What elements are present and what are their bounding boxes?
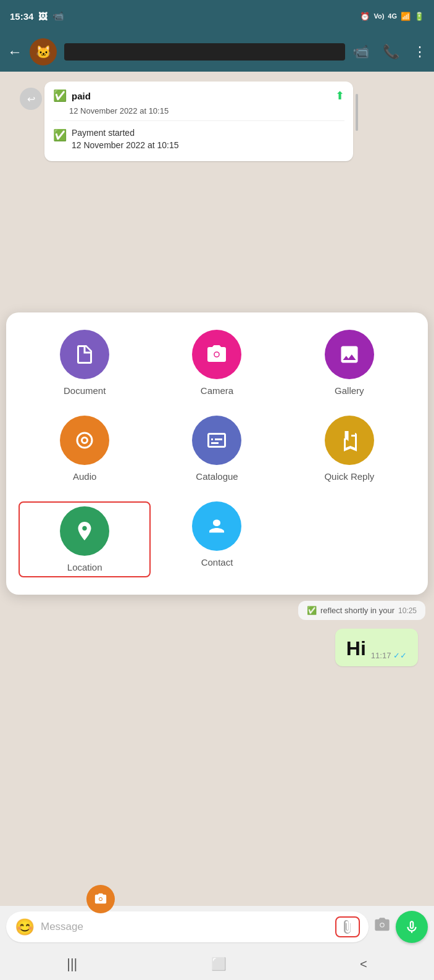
payment-bubble: ✅ paid ⬆ 12 November 2022 at 10:15 ✅ Pay…: [44, 82, 353, 161]
audio-label: Audio: [73, 471, 96, 482]
video-call-icon[interactable]: 📹: [353, 44, 369, 60]
double-check-icon: ✓✓: [393, 651, 407, 660]
signal-icon: 📶: [401, 12, 411, 21]
attach-contact[interactable]: Contact: [151, 501, 283, 577]
top-icons: 📹 📞 ⋮: [353, 44, 427, 60]
hi-time: 11:17 ✓✓: [371, 651, 407, 660]
payment-message: ↩ ✅ paid ⬆ 12 November 2022 at 10:15 ✅ P…: [26, 82, 419, 161]
status-bar: 15:34 🖼 📹 ⏰ Vo) 4G 📶 🔋: [0, 0, 434, 32]
gallery-icon: [338, 343, 361, 366]
contact-name-redacted: [64, 43, 345, 61]
location-label: Location: [67, 562, 102, 572]
attach-camera[interactable]: Camera: [151, 330, 283, 396]
battery-icon: 🔋: [414, 12, 424, 21]
status-left: 15:34 🖼 📹: [10, 10, 64, 22]
attach-document[interactable]: Document: [19, 330, 151, 396]
message-input[interactable]: Message: [41, 921, 329, 933]
payment-started-date: 12 November 2022 at 10:15: [72, 140, 179, 152]
gallery-label: Gallery: [335, 385, 364, 396]
document-circle: [60, 330, 109, 379]
volte-label: Vo): [373, 12, 384, 20]
attach-grid: Document Camera Gallery: [19, 330, 415, 577]
quickreply-circle: [325, 416, 374, 465]
paid-check-icon: ✅: [53, 89, 67, 103]
top-bar: ← 🐱 📹 📞 ⋮: [0, 32, 434, 72]
message-input-pill: 😊 Message: [6, 911, 369, 942]
payment-started-label: Payment started: [72, 127, 179, 140]
nav-back-icon[interactable]: <: [360, 957, 367, 971]
camera-label: Camera: [201, 385, 233, 396]
nav-menu-icon[interactable]: |||: [67, 956, 77, 972]
expand-icon[interactable]: ⬆: [335, 89, 344, 103]
attach-location[interactable]: Location: [19, 501, 151, 577]
reflect-check-icon: ✅: [307, 606, 317, 615]
reflect-text: reflect shortly in your: [320, 606, 394, 615]
more-options-icon[interactable]: ⋮: [413, 44, 427, 60]
paperclip-icon: [340, 919, 355, 934]
reflect-time: 10:25: [398, 606, 417, 615]
hi-bubble: Hi 11:17 ✓✓: [335, 629, 418, 666]
quickreply-label: Quick Reply: [324, 471, 374, 482]
contact-circle: [192, 501, 241, 551]
catalogue-icon: [206, 429, 228, 451]
photo-icon: 🖼: [38, 11, 48, 22]
emoji-button[interactable]: 😊: [15, 918, 35, 937]
attach-button[interactable]: [335, 916, 360, 937]
payment-started-row: ✅ Payment started 12 November 2022 at 10…: [53, 125, 344, 154]
camera-icon: [206, 343, 228, 366]
contact-label: Contact: [201, 557, 233, 567]
document-icon: [73, 343, 96, 366]
alarm-icon: ⏰: [360, 12, 370, 21]
audio-circle: [60, 416, 109, 465]
mic-icon: [404, 919, 420, 935]
status-right: ⏰ Vo) 4G 📶 🔋: [360, 12, 424, 21]
bottom-bar: 😊 Message: [0, 906, 434, 948]
camera-circle: [192, 330, 241, 379]
scroll-indicator: [356, 94, 358, 131]
avatar: 🐱: [30, 38, 57, 65]
video-icon: 📹: [52, 10, 64, 22]
nav-bar: ||| ⬜ <: [0, 948, 434, 980]
location-icon: [73, 520, 96, 542]
document-label: Document: [64, 385, 106, 396]
floating-camera-icon[interactable]: [86, 885, 115, 913]
gallery-circle: [325, 330, 374, 379]
camera-button[interactable]: [373, 916, 391, 937]
paid-date: 12 November 2022 at 10:15: [69, 106, 344, 115]
payment-started-icon: ✅: [53, 128, 67, 142]
catalogue-circle: [192, 416, 241, 465]
back-button[interactable]: ←: [7, 43, 22, 61]
paid-label: paid: [72, 91, 91, 101]
contact-icon: [206, 515, 228, 537]
attach-quickreply[interactable]: Quick Reply: [283, 416, 415, 482]
hi-message-container: Hi 11:17 ✓✓: [0, 624, 434, 676]
quickreply-icon: [338, 429, 361, 451]
4g-label: 4G: [388, 12, 397, 20]
mic-button[interactable]: [396, 911, 428, 943]
hi-text: Hi: [346, 637, 366, 660]
attach-catalogue[interactable]: Catalogue: [151, 416, 283, 482]
reflect-notification: ✅ reflect shortly in your 10:25: [0, 601, 434, 624]
attach-gallery[interactable]: Gallery: [283, 330, 415, 396]
catalogue-label: Catalogue: [196, 471, 238, 482]
phone-icon[interactable]: 📞: [383, 44, 399, 60]
attach-panel: Document Camera Gallery: [6, 312, 428, 595]
chat-area: ↩ ✅ paid ⬆ 12 November 2022 at 10:15 ✅ P…: [0, 72, 434, 679]
nav-home-icon[interactable]: ⬜: [211, 957, 227, 971]
location-circle: [60, 506, 109, 556]
time-display: 15:34: [10, 11, 33, 22]
audio-icon: [73, 429, 96, 451]
attach-audio[interactable]: Audio: [19, 416, 151, 482]
reply-arrow-icon[interactable]: ↩: [20, 88, 42, 110]
